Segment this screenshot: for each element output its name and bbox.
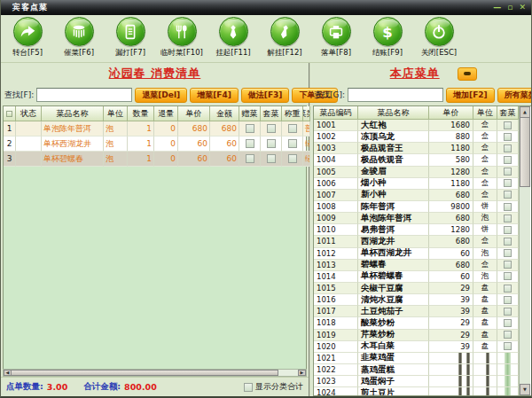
maximize-icon[interactable]: ▫ [507,3,512,12]
combo-checkbox[interactable] [504,168,512,176]
order-table-row[interactable]: 2单杯西湖龙井泡106060绿茶 [4,137,306,152]
menu-table-row[interactable]: 1018酸菜炒粉29盘 [314,317,519,329]
minimize-icon[interactable]: — [493,3,501,12]
menu-header-cell[interactable]: 菜品编码 [314,106,358,120]
order-search-input[interactable] [36,88,132,102]
order-table-row[interactable]: 3单杯碧螺春泡106060绿茶 [4,152,306,167]
gift-checkbox[interactable] [246,124,254,133]
combo-checkbox[interactable] [267,139,276,148]
combo-checkbox[interactable] [504,261,512,269]
menu-header-cell[interactable]: 单价 [429,106,473,120]
combo-checkbox[interactable] [504,179,512,187]
combo-checkbox[interactable] [504,215,512,222]
order-table-row[interactable]: 1单泡陈年普洱泡10680680普洱 [4,121,306,137]
hold-order-button[interactable]: 挂起[F11] [210,17,256,59]
gift-checkbox[interactable] [246,139,254,148]
combo-checkbox[interactable] [504,203,512,211]
scroll-right-icon[interactable]: ▶ [298,370,306,376]
close-icon[interactable]: ✕ [519,3,526,12]
combo-checkbox[interactable] [504,249,512,257]
menu-search-input[interactable] [348,88,443,102]
scroll-up-icon[interactable]: ▲ [520,106,530,118]
menu-table-row[interactable]: 1021韭菜鸡蛋 [314,353,519,364]
menu-table-row[interactable]: 1014单杯碧螺春60泡 [314,271,519,283]
combo-checkbox[interactable] [504,319,512,327]
add-dish-button[interactable]: 增菜[F4] [190,88,239,103]
menu-table-row[interactable]: 1017土豆炖茄子39盘 [314,306,519,317]
combo-checkbox[interactable] [504,296,512,304]
menu-table-row[interactable]: 1010易弗普洱1280饼 [314,224,519,236]
transfer-table-button[interactable]: 转台[F5] [4,17,51,59]
order-header-cell[interactable]: 金额 [210,106,239,121]
reprint-button[interactable]: 漏打[F7] [107,17,153,59]
order-header-cell[interactable]: 赠菜 [239,106,261,121]
combo-checkbox[interactable] [504,121,512,129]
resume-order-button[interactable]: 解挂[F12] [262,17,308,59]
order-header-cell[interactable]: 单位 [104,106,128,121]
menu-table-row[interactable]: 1013碧螺春680盒 [314,260,519,271]
order-header-cell[interactable]: 称重 [282,106,303,121]
gift-checkbox[interactable] [246,154,254,163]
order-header-cell[interactable] [4,106,16,121]
menu-header-cell[interactable]: 单位 [473,106,497,120]
combo-checkbox[interactable] [267,124,276,133]
menu-header-cell[interactable]: 菜品名称 [358,106,429,120]
menu-table-row[interactable]: 1008陈年普洱9800饼 [314,201,519,213]
menu-table-row[interactable]: 1001大红袍1680盒 [314,120,519,131]
menu-table-row[interactable]: 1020木耳白菜39盘 [314,341,519,353]
scrollbar-thumb[interactable] [520,118,530,187]
close-window-button[interactable]: 关闭[ESC] [416,17,462,59]
menu-table-row[interactable]: 1009单泡陈年普洱680泡 [314,213,519,224]
menu-add-button[interactable]: 增加[F2] [446,88,495,103]
show-category-total-checkbox[interactable] [244,383,253,392]
return-dish-button[interactable]: 退菜[Del] [135,88,187,103]
temp-dish-button[interactable]: 临时菜[F10] [159,17,205,59]
menu-table-row[interactable]: 1012单杯西湖龙井60泡 [314,248,519,260]
place-order-button[interactable]: 落单[F8] [313,17,359,59]
scroll-left-icon[interactable]: ◀ [4,370,12,376]
checkout-button[interactable]: $结账[F9] [364,17,411,59]
scrollbar-thumb[interactable] [12,370,278,376]
order-header-cell[interactable]: 退量 [154,106,178,121]
order-header-cell[interactable]: 单价 [178,106,210,121]
menu-table-row[interactable]: 1003极品观音王1180盒 [314,143,519,154]
weigh-checkbox[interactable] [288,139,297,148]
menu-table-row[interactable]: 1006烟小种1180盒 [314,178,519,190]
menu-header-cell[interactable]: 套菜 [497,106,519,120]
menu-table-row[interactable]: 1016清炖水豆腐39盘 [314,294,519,306]
menu-table-row[interactable]: 1007新小种680盒 [314,190,519,201]
weigh-checkbox[interactable] [288,124,297,133]
menu-table-row[interactable]: 1004极品铁观音580盒 [314,154,519,166]
combo-checkbox[interactable] [504,272,512,280]
scrollbar-track[interactable] [278,370,298,376]
menu-table-row[interactable]: 1022蒸鸡蛋糕 [314,364,519,376]
cook-method-button[interactable]: 做法[F3] [241,88,290,103]
menu-table-row[interactable]: 1023鸡蛋焖子 [314,376,519,387]
order-header-cell[interactable]: 数量 [128,106,154,121]
urge-dish-button[interactable]: 催菜[F6] [56,17,102,59]
menu-table-row[interactable]: 1002冻顶乌龙880盒 [314,131,519,143]
all-categories-button[interactable]: 所有菜类 ↓ [497,88,532,103]
menu-options-button[interactable] [458,67,477,81]
menu-table-row[interactable]: 1011西湖龙井680盒 [314,236,519,247]
menu-table-row[interactable]: 1005金骏眉1280盒 [314,167,519,178]
menu-table-row[interactable]: 1024煎土豆片 [314,387,519,395]
combo-checkbox[interactable] [267,154,276,163]
menu-vertical-scrollbar[interactable]: ▲ ▼ [519,106,530,395]
combo-checkbox[interactable] [504,342,512,350]
combo-checkbox[interactable] [504,191,512,199]
order-header-cell[interactable]: 状态 [16,106,42,121]
order-horizontal-scrollbar[interactable]: ◀ ▶ [3,369,307,377]
order-header-cell[interactable]: 菜类 [303,106,310,121]
combo-checkbox[interactable] [504,156,512,164]
combo-checkbox[interactable] [504,331,512,339]
combo-checkbox[interactable] [504,226,512,234]
combo-checkbox[interactable] [504,144,512,152]
order-header-cell[interactable]: 套菜 [261,106,282,121]
menu-table-row[interactable]: 1015尖椒干豆腐29盘 [314,283,519,294]
combo-checkbox[interactable] [504,285,512,293]
combo-checkbox[interactable] [504,133,512,141]
scrollbar-track[interactable] [520,187,530,384]
combo-checkbox[interactable] [504,308,512,316]
menu-table-row[interactable]: 1019芹菜炒粉29盘 [314,330,519,341]
